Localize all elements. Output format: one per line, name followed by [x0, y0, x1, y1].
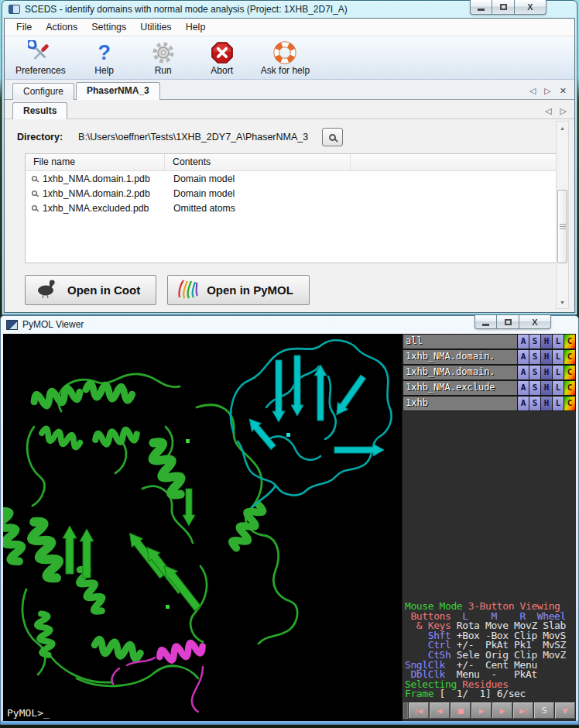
- sub-tabbar: Results ◁ ▷: [5, 100, 574, 119]
- menu-actions[interactable]: Actions: [39, 19, 84, 35]
- scrollbar-thumb[interactable]: [557, 190, 567, 263]
- scroll-up-icon[interactable]: ▲: [557, 122, 568, 134]
- object-name-button[interactable]: 1xhb: [403, 396, 518, 411]
- browse-directory-button[interactable]: [322, 128, 343, 146]
- object-a-menu-button[interactable]: A: [518, 349, 529, 365]
- object-h-menu-button[interactable]: H: [541, 365, 553, 380]
- object-a-menu-button[interactable]: A: [518, 365, 529, 380]
- playback-transport-button[interactable]: ▶: [471, 702, 492, 719]
- object-name-button[interactable]: all: [403, 334, 518, 349]
- file-name: 1xhb_NMA.domain.2.pdb: [43, 188, 150, 199]
- protein-ribbon-rendering: [3, 334, 402, 721]
- close-icon: X: [527, 2, 533, 12]
- file-preview-icon[interactable]: [32, 176, 37, 181]
- tab-scroll-right-icon[interactable]: ▷: [544, 86, 550, 96]
- ask-for-help-button[interactable]: Ask for help: [261, 39, 310, 76]
- subtab-scroll-right-icon[interactable]: ▷: [560, 106, 567, 116]
- action-buttons: Open in Coot Open in PyMOL: [25, 275, 310, 305]
- object-name-button[interactable]: 1xhb_NMA.exclude: [403, 380, 518, 396]
- subtab-scroll-left-icon[interactable]: ◁: [545, 106, 551, 116]
- object-l-menu-button[interactable]: L: [553, 380, 564, 396]
- object-c-menu-button[interactable]: C: [564, 334, 576, 349]
- preferences-button[interactable]: Preferences: [15, 39, 66, 76]
- results-panel: Directory: B:\Users\oeffner\Tests\1XHB_2…: [5, 119, 574, 312]
- table-row[interactable]: 1xhb_NMA.domain.2.pdbDomain model: [26, 186, 557, 201]
- object-a-menu-button[interactable]: A: [518, 380, 529, 396]
- file-name: 1xhb_NMA.domain.1.pdb: [43, 173, 150, 184]
- tab-configure[interactable]: Configure: [12, 83, 74, 100]
- object-s-menu-button[interactable]: S: [529, 334, 541, 349]
- table-row[interactable]: 1xhb_NMA.excluded.pdbOmitted atoms: [26, 201, 557, 215]
- object-l-menu-button[interactable]: L: [553, 365, 564, 380]
- object-h-menu-button[interactable]: H: [541, 349, 553, 365]
- object-l-menu-button[interactable]: L: [553, 334, 564, 349]
- playback-transport-button[interactable]: |◀: [409, 702, 429, 719]
- object-name-button[interactable]: 1xhb_NMA.domain.: [403, 365, 518, 380]
- pymol-close-button[interactable]: X: [519, 315, 551, 329]
- maximize-button[interactable]: [492, 0, 515, 15]
- mouse-panel-line: Frame [ 1/ 1] 6/sec: [405, 689, 576, 699]
- object-row: 1xhbASHLC: [403, 396, 576, 411]
- object-name-button[interactable]: 1xhb_NMA.domain.: [403, 349, 518, 365]
- abort-button[interactable]: Abort: [202, 39, 242, 76]
- object-h-menu-button[interactable]: H: [541, 380, 553, 396]
- help-button[interactable]: ? Help: [84, 39, 125, 76]
- object-h-menu-button[interactable]: H: [541, 334, 553, 349]
- playback-transport-button[interactable]: ■: [451, 702, 471, 719]
- menubar: File Actions Settings Utilities Help: [5, 19, 574, 36]
- file-preview-icon[interactable]: [32, 191, 37, 196]
- open-in-coot-button[interactable]: Open in Coot: [25, 275, 156, 305]
- search-icon: [329, 134, 336, 141]
- object-s-menu-button[interactable]: S: [529, 349, 541, 365]
- object-c-menu-button[interactable]: C: [564, 365, 576, 380]
- pymol-command-prompt[interactable]: PyMOL>_: [7, 707, 50, 719]
- tab-scroll-left-icon[interactable]: ◁: [529, 86, 536, 96]
- playback-menu-button[interactable]: ▼: [555, 702, 575, 719]
- minimize-button[interactable]: [470, 0, 492, 15]
- object-c-menu-button[interactable]: C: [564, 380, 576, 396]
- object-a-menu-button[interactable]: A: [518, 334, 529, 349]
- menu-utilities[interactable]: Utilities: [133, 19, 178, 35]
- molecule-viewport[interactable]: PyMOL>_: [3, 334, 402, 721]
- run-button[interactable]: Run: [143, 39, 183, 76]
- tab-close-icon[interactable]: ✕: [560, 86, 567, 96]
- pymol-minimize-button[interactable]: [475, 315, 497, 329]
- open-in-pymol-button[interactable]: Open in PyMOL: [167, 275, 310, 305]
- object-s-menu-button[interactable]: S: [529, 380, 541, 396]
- column-header-file-name[interactable]: File name: [26, 154, 165, 170]
- playback-transport-button[interactable]: ▶|: [513, 702, 533, 719]
- object-c-menu-button[interactable]: C: [564, 349, 576, 365]
- menu-file[interactable]: File: [9, 19, 39, 35]
- file-contents: Omitted atoms: [165, 203, 351, 214]
- playback-transport-button[interactable]: ◀: [430, 702, 450, 719]
- menu-settings[interactable]: Settings: [84, 19, 133, 35]
- results-scrollbar[interactable]: ▲ ▼: [556, 121, 569, 309]
- menu-help[interactable]: Help: [179, 19, 213, 35]
- close-button[interactable]: X: [515, 0, 546, 15]
- playback-handle[interactable]: [403, 702, 408, 719]
- playback-scene-button[interactable]: S: [534, 702, 554, 719]
- object-c-menu-button[interactable]: C: [564, 396, 576, 411]
- lifebuoy-icon: [272, 39, 297, 65]
- scroll-down-icon[interactable]: ▼: [557, 296, 568, 308]
- tab-results[interactable]: Results: [12, 102, 67, 120]
- playback-controls: |◀◀■▶▶▶|S▼: [403, 702, 575, 719]
- playback-transport-button[interactable]: ▶: [492, 702, 512, 719]
- maximize-icon: [500, 4, 507, 10]
- object-row: 1xhb_NMA.excludeASHLC: [403, 380, 576, 396]
- tab-phasernma-3[interactable]: PhaserNMA_3: [76, 82, 160, 100]
- object-l-menu-button[interactable]: L: [553, 396, 564, 411]
- object-a-menu-button[interactable]: A: [518, 396, 529, 411]
- pymol-window-body: PyMOL>_ allASHLC1xhb_NMA.domain.ASHLC1xh…: [3, 334, 576, 721]
- files-table-header: File name Contents: [26, 154, 557, 171]
- object-l-menu-button[interactable]: L: [553, 349, 564, 365]
- column-header-contents[interactable]: Contents: [165, 154, 351, 170]
- minimize-icon: [482, 324, 489, 326]
- object-h-menu-button[interactable]: H: [541, 396, 553, 411]
- object-s-menu-button[interactable]: S: [529, 365, 541, 380]
- table-row[interactable]: 1xhb_NMA.domain.1.pdbDomain model: [26, 171, 557, 186]
- object-s-menu-button[interactable]: S: [529, 396, 541, 411]
- sceds-window-body: File Actions Settings Utilities Help Pre…: [4, 18, 575, 313]
- file-preview-icon[interactable]: [32, 205, 37, 211]
- pymol-maximize-button[interactable]: [497, 315, 519, 329]
